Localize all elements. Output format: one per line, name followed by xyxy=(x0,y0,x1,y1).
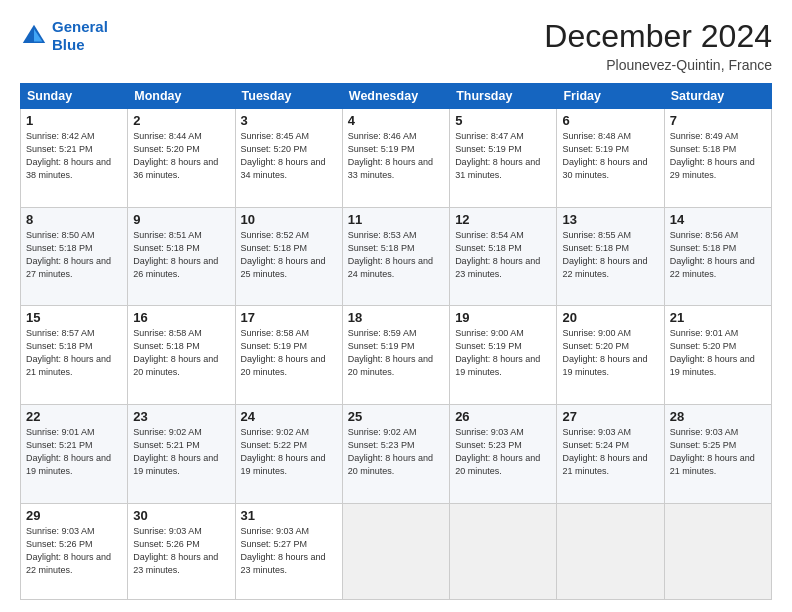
weekday-header-monday: Monday xyxy=(128,84,235,109)
day-detail: Sunrise: 9:03 AMSunset: 5:26 PMDaylight:… xyxy=(133,525,229,577)
day-detail: Sunrise: 8:53 AMSunset: 5:18 PMDaylight:… xyxy=(348,229,444,281)
day-number: 30 xyxy=(133,508,229,523)
calendar-cell: 5Sunrise: 8:47 AMSunset: 5:19 PMDaylight… xyxy=(450,109,557,208)
day-detail: Sunrise: 8:58 AMSunset: 5:19 PMDaylight:… xyxy=(241,327,337,379)
calendar-cell: 10Sunrise: 8:52 AMSunset: 5:18 PMDayligh… xyxy=(235,207,342,306)
day-number: 25 xyxy=(348,409,444,424)
day-detail: Sunrise: 9:01 AMSunset: 5:20 PMDaylight:… xyxy=(670,327,766,379)
day-detail: Sunrise: 9:00 AMSunset: 5:20 PMDaylight:… xyxy=(562,327,658,379)
day-number: 16 xyxy=(133,310,229,325)
day-number: 4 xyxy=(348,113,444,128)
day-number: 3 xyxy=(241,113,337,128)
day-detail: Sunrise: 8:47 AMSunset: 5:19 PMDaylight:… xyxy=(455,130,551,182)
calendar-week-3: 15Sunrise: 8:57 AMSunset: 5:18 PMDayligh… xyxy=(21,306,772,405)
calendar-week-5: 29Sunrise: 9:03 AMSunset: 5:26 PMDayligh… xyxy=(21,503,772,599)
calendar-week-1: 1Sunrise: 8:42 AMSunset: 5:21 PMDaylight… xyxy=(21,109,772,208)
day-number: 19 xyxy=(455,310,551,325)
logo-line1: General xyxy=(52,18,108,35)
calendar-cell: 24Sunrise: 9:02 AMSunset: 5:22 PMDayligh… xyxy=(235,404,342,503)
day-detail: Sunrise: 9:03 AMSunset: 5:26 PMDaylight:… xyxy=(26,525,122,577)
day-detail: Sunrise: 8:52 AMSunset: 5:18 PMDaylight:… xyxy=(241,229,337,281)
day-detail: Sunrise: 8:49 AMSunset: 5:18 PMDaylight:… xyxy=(670,130,766,182)
header: General Blue December 2024 Plounevez-Qui… xyxy=(20,18,772,73)
calendar-cell: 21Sunrise: 9:01 AMSunset: 5:20 PMDayligh… xyxy=(664,306,771,405)
day-detail: Sunrise: 9:03 AMSunset: 5:24 PMDaylight:… xyxy=(562,426,658,478)
day-number: 23 xyxy=(133,409,229,424)
calendar-week-4: 22Sunrise: 9:01 AMSunset: 5:21 PMDayligh… xyxy=(21,404,772,503)
weekday-header-saturday: Saturday xyxy=(664,84,771,109)
weekday-header-row: SundayMondayTuesdayWednesdayThursdayFrid… xyxy=(21,84,772,109)
day-detail: Sunrise: 9:03 AMSunset: 5:23 PMDaylight:… xyxy=(455,426,551,478)
day-detail: Sunrise: 8:50 AMSunset: 5:18 PMDaylight:… xyxy=(26,229,122,281)
calendar-cell: 22Sunrise: 9:01 AMSunset: 5:21 PMDayligh… xyxy=(21,404,128,503)
day-number: 17 xyxy=(241,310,337,325)
calendar-cell: 2Sunrise: 8:44 AMSunset: 5:20 PMDaylight… xyxy=(128,109,235,208)
calendar-cell xyxy=(557,503,664,599)
day-detail: Sunrise: 8:46 AMSunset: 5:19 PMDaylight:… xyxy=(348,130,444,182)
day-detail: Sunrise: 9:02 AMSunset: 5:22 PMDaylight:… xyxy=(241,426,337,478)
day-number: 15 xyxy=(26,310,122,325)
day-detail: Sunrise: 8:57 AMSunset: 5:18 PMDaylight:… xyxy=(26,327,122,379)
calendar-cell: 26Sunrise: 9:03 AMSunset: 5:23 PMDayligh… xyxy=(450,404,557,503)
day-number: 2 xyxy=(133,113,229,128)
calendar-cell xyxy=(450,503,557,599)
weekday-header-wednesday: Wednesday xyxy=(342,84,449,109)
calendar-cell: 8Sunrise: 8:50 AMSunset: 5:18 PMDaylight… xyxy=(21,207,128,306)
day-number: 26 xyxy=(455,409,551,424)
calendar-cell: 12Sunrise: 8:54 AMSunset: 5:18 PMDayligh… xyxy=(450,207,557,306)
weekday-header-sunday: Sunday xyxy=(21,84,128,109)
calendar-cell: 20Sunrise: 9:00 AMSunset: 5:20 PMDayligh… xyxy=(557,306,664,405)
calendar-cell xyxy=(342,503,449,599)
day-detail: Sunrise: 9:01 AMSunset: 5:21 PMDaylight:… xyxy=(26,426,122,478)
calendar-cell: 15Sunrise: 8:57 AMSunset: 5:18 PMDayligh… xyxy=(21,306,128,405)
day-number: 13 xyxy=(562,212,658,227)
calendar-cell: 19Sunrise: 9:00 AMSunset: 5:19 PMDayligh… xyxy=(450,306,557,405)
day-detail: Sunrise: 8:44 AMSunset: 5:20 PMDaylight:… xyxy=(133,130,229,182)
day-detail: Sunrise: 8:58 AMSunset: 5:18 PMDaylight:… xyxy=(133,327,229,379)
day-detail: Sunrise: 9:03 AMSunset: 5:25 PMDaylight:… xyxy=(670,426,766,478)
calendar-cell: 7Sunrise: 8:49 AMSunset: 5:18 PMDaylight… xyxy=(664,109,771,208)
logo: General Blue xyxy=(20,18,108,54)
day-number: 1 xyxy=(26,113,122,128)
day-number: 10 xyxy=(241,212,337,227)
page: General Blue December 2024 Plounevez-Qui… xyxy=(0,0,792,612)
calendar-cell: 27Sunrise: 9:03 AMSunset: 5:24 PMDayligh… xyxy=(557,404,664,503)
day-number: 18 xyxy=(348,310,444,325)
day-number: 31 xyxy=(241,508,337,523)
day-number: 6 xyxy=(562,113,658,128)
day-number: 24 xyxy=(241,409,337,424)
calendar-cell: 1Sunrise: 8:42 AMSunset: 5:21 PMDaylight… xyxy=(21,109,128,208)
calendar-cell: 3Sunrise: 8:45 AMSunset: 5:20 PMDaylight… xyxy=(235,109,342,208)
day-detail: Sunrise: 8:48 AMSunset: 5:19 PMDaylight:… xyxy=(562,130,658,182)
calendar-table: SundayMondayTuesdayWednesdayThursdayFrid… xyxy=(20,83,772,600)
day-number: 28 xyxy=(670,409,766,424)
calendar-cell: 29Sunrise: 9:03 AMSunset: 5:26 PMDayligh… xyxy=(21,503,128,599)
day-number: 5 xyxy=(455,113,551,128)
day-detail: Sunrise: 8:54 AMSunset: 5:18 PMDaylight:… xyxy=(455,229,551,281)
calendar-cell xyxy=(664,503,771,599)
weekday-header-thursday: Thursday xyxy=(450,84,557,109)
day-detail: Sunrise: 8:51 AMSunset: 5:18 PMDaylight:… xyxy=(133,229,229,281)
day-number: 14 xyxy=(670,212,766,227)
day-number: 22 xyxy=(26,409,122,424)
title-block: December 2024 Plounevez-Quintin, France xyxy=(544,18,772,73)
calendar-cell: 14Sunrise: 8:56 AMSunset: 5:18 PMDayligh… xyxy=(664,207,771,306)
day-number: 21 xyxy=(670,310,766,325)
calendar-title: December 2024 xyxy=(544,18,772,55)
day-detail: Sunrise: 9:00 AMSunset: 5:19 PMDaylight:… xyxy=(455,327,551,379)
calendar-cell: 17Sunrise: 8:58 AMSunset: 5:19 PMDayligh… xyxy=(235,306,342,405)
weekday-header-friday: Friday xyxy=(557,84,664,109)
day-number: 9 xyxy=(133,212,229,227)
calendar-cell: 18Sunrise: 8:59 AMSunset: 5:19 PMDayligh… xyxy=(342,306,449,405)
logo-line2: Blue xyxy=(52,36,85,53)
calendar-cell: 16Sunrise: 8:58 AMSunset: 5:18 PMDayligh… xyxy=(128,306,235,405)
day-number: 7 xyxy=(670,113,766,128)
calendar-cell: 28Sunrise: 9:03 AMSunset: 5:25 PMDayligh… xyxy=(664,404,771,503)
day-detail: Sunrise: 9:02 AMSunset: 5:23 PMDaylight:… xyxy=(348,426,444,478)
weekday-header-tuesday: Tuesday xyxy=(235,84,342,109)
day-detail: Sunrise: 8:55 AMSunset: 5:18 PMDaylight:… xyxy=(562,229,658,281)
calendar-cell: 11Sunrise: 8:53 AMSunset: 5:18 PMDayligh… xyxy=(342,207,449,306)
day-number: 12 xyxy=(455,212,551,227)
calendar-cell: 25Sunrise: 9:02 AMSunset: 5:23 PMDayligh… xyxy=(342,404,449,503)
calendar-cell: 23Sunrise: 9:02 AMSunset: 5:21 PMDayligh… xyxy=(128,404,235,503)
